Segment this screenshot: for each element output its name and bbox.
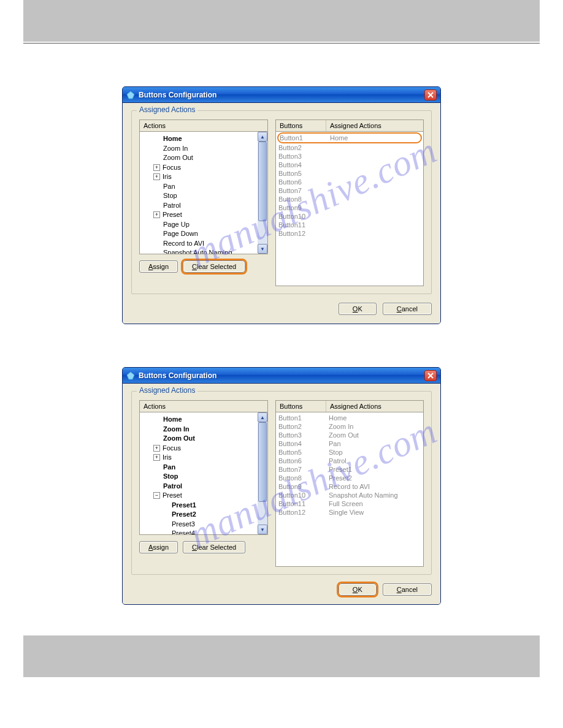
tree-item[interactable]: Preset1 [141, 501, 256, 510]
action-cell [329, 195, 421, 203]
table-row[interactable]: Button11Full Screen [276, 499, 423, 508]
close-button[interactable] [424, 89, 437, 100]
cancel-button[interactable]: Cancel [383, 303, 432, 315]
table-row[interactable]: Button12Single View [276, 508, 423, 517]
scroll-down-icon[interactable]: ▼ [258, 244, 267, 254]
grid-header: Buttons Assigned Actions [275, 400, 424, 412]
action-cell: Pan [329, 439, 421, 448]
tree-item-label: Preset [163, 210, 182, 220]
tree-expander-icon[interactable]: + [153, 211, 160, 218]
action-cell: Preset1 [329, 465, 421, 474]
tree-item[interactable]: Preset2 [141, 510, 256, 520]
scroll-down-icon[interactable]: ▼ [258, 525, 267, 534]
tree-item[interactable]: +Focus [141, 444, 256, 453]
tree-item[interactable]: Home [141, 415, 256, 425]
table-row[interactable]: Button2 [276, 143, 423, 152]
tree-item[interactable]: Stop [141, 472, 256, 482]
actions-tree[interactable]: HomeZoom InZoom Out+Focus+IrisPanStopPat… [139, 132, 268, 254]
page-header-bar [23, 0, 540, 42]
buttons-header-cell: Buttons [276, 401, 326, 412]
tree-item[interactable]: +Iris [141, 453, 256, 463]
table-row[interactable]: Button9Record to AVI [276, 482, 423, 491]
tree-item[interactable]: +Preset [141, 210, 256, 220]
tree-item[interactable]: −Preset [141, 491, 256, 501]
tree-item[interactable]: +Iris [141, 172, 256, 182]
assignments-grid[interactable]: Button1HomeButton2Button3Button4Button5B… [275, 132, 424, 286]
button-cell: Button1 [280, 134, 330, 142]
tree-item[interactable]: Pan [141, 182, 256, 192]
table-row[interactable]: Button1Home [277, 132, 422, 143]
tree-item[interactable]: Zoom Out [141, 434, 256, 444]
table-row[interactable]: Button4 [276, 161, 423, 169]
table-row[interactable]: Button6Patrol [276, 457, 423, 465]
table-row[interactable]: Button8 [276, 195, 423, 203]
tree-item[interactable]: Record to AVI [141, 239, 256, 249]
ok-button[interactable]: OK [339, 583, 377, 596]
table-row[interactable]: Button7Preset1 [276, 465, 423, 474]
button-cell: Button2 [278, 143, 329, 152]
table-row[interactable]: Button3 [276, 152, 423, 161]
header-rule [23, 43, 540, 44]
table-row[interactable]: Button10Snapshot Auto Naming [276, 491, 423, 499]
scroll-up-icon[interactable]: ▲ [258, 412, 267, 422]
clear-selected-button[interactable]: Clear Selected [183, 541, 245, 553]
assign-button[interactable]: Assign [139, 541, 178, 553]
tree-item[interactable]: Page Down [141, 229, 256, 239]
scrollbar[interactable]: ▲ ▼ [258, 132, 267, 254]
tree-item[interactable]: Home [141, 134, 256, 144]
action-cell: Home [329, 414, 421, 422]
clear-selected-button[interactable]: Clear Selected [183, 260, 245, 273]
tree-item[interactable]: Preset4 [141, 529, 256, 534]
actions-tree[interactable]: HomeZoom InZoom Out+Focus+IrisPanStopPat… [139, 412, 268, 535]
tree-item-label: Zoom In [163, 144, 188, 154]
tree-item[interactable]: Stop [141, 191, 256, 201]
table-row[interactable]: Button6 [276, 178, 423, 186]
table-row[interactable]: Button5 [276, 169, 423, 178]
table-row[interactable]: Button4Pan [276, 439, 423, 448]
table-row[interactable]: Button8Preset2 [276, 474, 423, 482]
tree-expander-icon[interactable]: − [153, 492, 160, 499]
ok-button[interactable]: OK [339, 303, 377, 315]
tree-item-label: Patrol [163, 482, 182, 491]
scroll-up-icon[interactable]: ▲ [258, 132, 267, 142]
scrollbar[interactable]: ▲ ▼ [258, 412, 267, 534]
tree-expander-icon[interactable]: + [153, 164, 160, 171]
tree-item[interactable]: Preset3 [141, 520, 256, 529]
action-cell [329, 152, 421, 161]
tree-expander-icon[interactable]: + [153, 173, 160, 180]
table-row[interactable]: Button9 [276, 203, 423, 212]
tree-item[interactable]: Patrol [141, 482, 256, 491]
scroll-thumb[interactable] [258, 142, 267, 221]
close-button[interactable] [424, 370, 437, 381]
tree-item[interactable]: Patrol [141, 201, 256, 211]
table-row[interactable]: Button12 [276, 229, 423, 238]
button-cell: Button1 [278, 414, 329, 422]
tree-item[interactable]: Snapshot Auto Naming [141, 248, 256, 254]
scroll-track[interactable] [258, 422, 267, 525]
table-row[interactable]: Button2Zoom In [276, 422, 423, 431]
tree-item[interactable]: Pan [141, 463, 256, 472]
button-cell: Button2 [278, 422, 329, 431]
scroll-thumb[interactable] [258, 422, 267, 502]
table-row[interactable]: Button1Home [276, 414, 423, 422]
tree-item[interactable]: Page Up [141, 220, 256, 230]
tree-item[interactable]: Zoom In [141, 144, 256, 154]
tree-expander-icon[interactable]: + [153, 454, 160, 461]
table-row[interactable]: Button11 [276, 221, 423, 229]
tree-item[interactable]: Zoom Out [141, 153, 256, 163]
assignments-grid[interactable]: Button1HomeButton2Zoom InButton3Zoom Out… [275, 412, 424, 567]
tree-item[interactable]: Zoom In [141, 425, 256, 434]
tree-item[interactable]: +Focus [141, 163, 256, 173]
table-row[interactable]: Button10 [276, 212, 423, 221]
table-row[interactable]: Button3Zoom Out [276, 431, 423, 439]
scroll-track[interactable] [258, 142, 267, 244]
button-cell: Button3 [278, 152, 329, 161]
button-cell: Button5 [278, 169, 329, 178]
app-icon [126, 371, 135, 380]
table-row[interactable]: Button5Stop [276, 448, 423, 457]
tree-expander-icon[interactable]: + [153, 445, 160, 452]
cancel-button[interactable]: Cancel [383, 583, 432, 596]
table-row[interactable]: Button7 [276, 186, 423, 195]
button-cell: Button10 [278, 212, 329, 221]
assign-button[interactable]: Assign [139, 260, 178, 273]
